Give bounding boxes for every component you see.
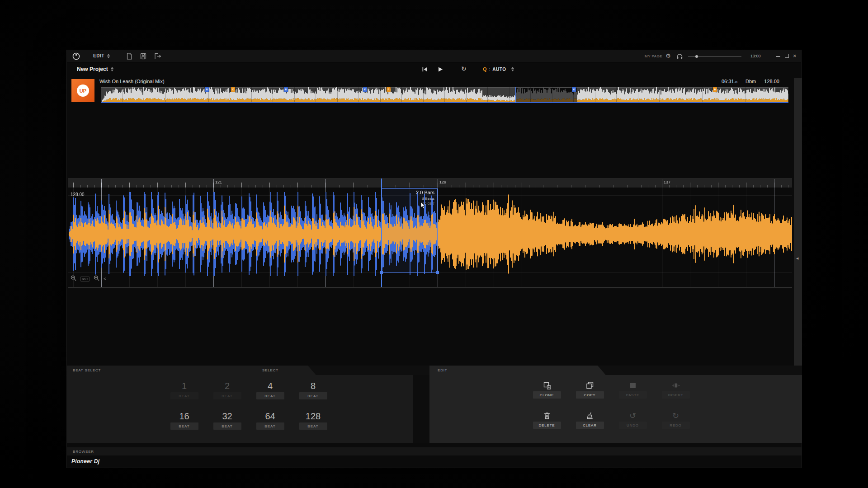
beat-button-4[interactable]: 4BEAT <box>249 379 292 409</box>
beat-value: 4 <box>268 380 273 392</box>
edit-button-label: COPY <box>576 391 604 399</box>
mode-menu[interactable]: EDIT <box>93 53 110 58</box>
redo-button[interactable]: ↻REDO <box>654 409 697 439</box>
slider-knob[interactable] <box>695 55 698 58</box>
album-art[interactable]: UP <box>71 79 94 102</box>
track-time: 06:31.8 <box>722 79 737 84</box>
skip-start-button[interactable] <box>421 66 428 75</box>
beat-unit-label: BEAT <box>170 422 198 430</box>
ruler-bar-label: 137 <box>664 180 670 184</box>
track-overview[interactable]: BCDEFGH <box>101 87 788 103</box>
selection-beats-label: 8 Beats <box>422 197 434 201</box>
collapse-arrow-icon[interactable]: ◀ <box>796 257 798 260</box>
minimize-button[interactable] <box>776 56 780 57</box>
copy-button[interactable]: COPY <box>568 379 611 409</box>
clear-button[interactable]: CLEAR <box>568 409 611 439</box>
chevron-updown-icon <box>511 67 514 71</box>
cue-marker[interactable]: E <box>363 87 367 92</box>
project-menu[interactable]: New Project <box>77 66 113 72</box>
edit-button-label: REDO <box>662 422 690 429</box>
beat-button-1[interactable]: 1BEAT <box>163 379 206 409</box>
ruler-bar-label: 121 <box>215 180 222 184</box>
loop-icon[interactable]: ↻ <box>461 65 467 72</box>
side-collapse-strip[interactable]: ◀ <box>794 78 802 366</box>
zoom-in-icon[interactable] <box>94 275 99 283</box>
tab-select[interactable]: SELECT <box>262 368 278 372</box>
beat-button-64[interactable]: 64BEAT <box>249 409 292 439</box>
paste-button[interactable]: PASTE <box>611 379 654 409</box>
cue-marker[interactable]: G <box>572 87 576 92</box>
beat-selection[interactable]: 2.0 Bars 8 Beats 00:03.7 <box>381 188 438 273</box>
export-icon-button[interactable] <box>154 52 161 62</box>
editor-scrollbar[interactable] <box>68 287 792 288</box>
delete-button[interactable]: DELETE <box>525 409 568 439</box>
undo-icon: ↺ <box>629 410 636 422</box>
edit-grid: CLONECOPYPASTEINSERTDELETECLEAR↺UNDO↻RED… <box>525 379 697 439</box>
quantize-q-icon: Q <box>483 66 487 72</box>
cue-marker[interactable]: D <box>284 87 288 92</box>
close-button[interactable]: × <box>793 52 797 59</box>
my-page-link[interactable]: MY PAGE <box>645 54 662 58</box>
scroll-left-icon[interactable]: < <box>104 277 106 281</box>
beat-unit-label: BEAT <box>213 422 241 430</box>
cue-marker[interactable]: B <box>205 87 209 92</box>
zoom-out-icon[interactable] <box>71 275 76 283</box>
insert-button[interactable]: INSERT <box>654 379 697 409</box>
cue-marker[interactable]: H <box>713 87 717 92</box>
settings-gear-icon[interactable]: ⚙ <box>665 53 671 59</box>
ruler-bar-label: 129 <box>439 180 446 184</box>
album-art-badge: UP <box>77 84 89 97</box>
play-button[interactable] <box>437 66 443 75</box>
selection-bars-label: 2.0 Bars <box>416 190 434 195</box>
beat-select-panel: 1BEAT2BEAT4BEAT8BEAT16BEAT32BEAT64BEAT12… <box>67 375 413 443</box>
zoom-reset-button[interactable]: RST <box>80 277 90 282</box>
copy-icon <box>585 380 594 391</box>
track-key: Dbm <box>745 79 756 84</box>
beat-value: 128 <box>306 410 321 422</box>
clone-button[interactable]: CLONE <box>525 379 568 409</box>
beat-button-2[interactable]: 2BEAT <box>206 379 249 409</box>
track-stats: 06:31.8 Dbm 128.00 <box>722 79 779 84</box>
edit-tab-shape <box>429 366 606 375</box>
editor-bpm-label: 128.00 <box>71 192 85 197</box>
clone-icon <box>542 380 552 391</box>
beat-select-title: BEAT SELECT <box>73 368 101 372</box>
edit-panel: CLONECOPYPASTEINSERTDELETECLEAR↺UNDO↻RED… <box>429 375 802 443</box>
app-window: EDIT MY PAGE ⚙ 13:00 × New Project <box>66 50 802 468</box>
track-time-main: 06:31. <box>722 79 736 84</box>
ruler-labels: 121129137 <box>68 178 792 188</box>
save-icon-button[interactable] <box>140 52 147 62</box>
chevron-updown-icon <box>107 54 110 58</box>
new-project-icon-button[interactable] <box>126 52 133 62</box>
app-logo-icon[interactable] <box>72 52 80 62</box>
track-bpm: 128.00 <box>764 79 779 84</box>
beat-select-tab-shape <box>67 366 335 375</box>
volume-slider[interactable] <box>688 56 741 57</box>
beat-button-8[interactable]: 8BEAT <box>292 379 335 409</box>
undo-button[interactable]: ↺UNDO <box>611 409 654 439</box>
bottom-panel: BEAT SELECT SELECT EDIT 1BEAT2BEAT4BEAT8… <box>67 366 802 443</box>
browser-bar[interactable]: BROWSER <box>67 447 802 455</box>
selection-handle-right[interactable] <box>436 271 439 274</box>
tab-edit[interactable]: EDIT <box>438 368 447 372</box>
cue-marker[interactable]: F <box>387 87 391 92</box>
clear-icon <box>585 410 594 422</box>
track-time-frac: 8 <box>736 80 737 84</box>
headphone-icon[interactable] <box>676 53 683 61</box>
beat-button-128[interactable]: 128BEAT <box>292 409 335 439</box>
selection-handle-left[interactable] <box>380 271 383 274</box>
cue-marker[interactable]: C <box>231 87 235 92</box>
waveform-editor[interactable]: 121129137 128.00 2.0 Bars 8 Beats 00:03.… <box>68 178 792 288</box>
beat-button-32[interactable]: 32BEAT <box>206 409 249 439</box>
beat-unit-label: BEAT <box>256 422 284 430</box>
quantize-control[interactable]: Q : AUTO <box>483 66 514 72</box>
edit-button-label: CLEAR <box>576 422 604 429</box>
beat-value: 8 <box>311 380 316 392</box>
beat-button-16[interactable]: 16BEAT <box>163 409 206 439</box>
maximize-button[interactable] <box>785 54 789 58</box>
beat-unit-label: BEAT <box>256 392 284 399</box>
edit-button-label: CLONE <box>533 391 561 399</box>
beat-value: 32 <box>222 410 232 422</box>
beat-unit-label: BEAT <box>299 422 327 430</box>
album-art-label: UP <box>80 88 86 94</box>
